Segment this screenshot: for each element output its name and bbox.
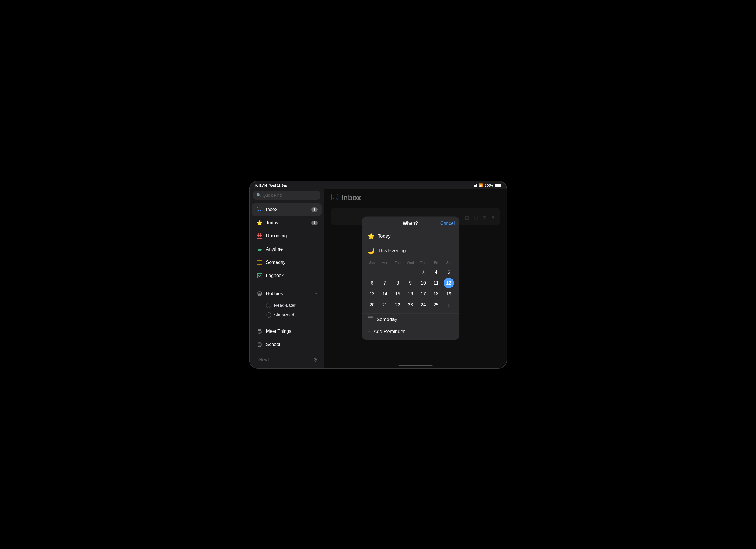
cal-day-24[interactable]: 24 <box>418 300 428 310</box>
new-list-label: + New List <box>256 357 275 362</box>
wifi-icon: 📶 <box>479 183 483 187</box>
day-sun: Sun <box>366 260 379 266</box>
simpread-circle <box>266 312 271 318</box>
calendar-days-header: Sun Mon Tue Wed Thu Fri Sat <box>366 260 455 266</box>
status-bar: 9:41 AM Wed 12 Sep 📶 100% <box>250 181 507 189</box>
cal-day-19[interactable]: 19 <box>444 289 454 299</box>
anytime-icon <box>256 245 263 253</box>
cal-empty-3 <box>392 267 403 277</box>
app-body: 🔍 Quick Find Inbox 3 ⭐ Today 1 <box>250 189 507 368</box>
calendar-weeks: ★ 4 5 6 7 8 9 10 11 12 <box>366 267 455 310</box>
search-bar[interactable]: 🔍 Quick Find <box>253 191 320 200</box>
sidebar-divider-2 <box>254 322 320 322</box>
sidebar-item-anytime[interactable]: Anytime <box>252 243 322 256</box>
sidebar-item-meet-things[interactable]: Meet Things › <box>252 325 322 338</box>
when-popup: When? Cancel ⭐ Today 🌙 This Evening <box>362 217 459 340</box>
cal-day-10[interactable]: 10 <box>418 278 428 288</box>
inbox-icon <box>256 206 263 213</box>
today-icon: ⭐ <box>256 219 263 227</box>
time: 9:41 AM <box>255 184 267 187</box>
when-cancel-button[interactable]: Cancel <box>440 221 455 226</box>
when-someday-option[interactable]: Someday <box>362 314 459 325</box>
calendar-grid: Sun Mon Tue Wed Thu Fri Sat <box>362 258 459 314</box>
sidebar-item-logbook[interactable]: Logbook <box>252 269 322 282</box>
when-option-today[interactable]: ⭐ Today <box>362 229 459 243</box>
hobbies-chevron: ∨ <box>315 291 318 296</box>
date: Wed 12 Sep <box>269 184 287 187</box>
battery-icon <box>495 184 501 187</box>
sidebar-divider-1 <box>254 285 320 285</box>
cal-day-7[interactable]: 7 <box>380 278 390 288</box>
sidebar-item-simpread[interactable]: SimpRead <box>252 310 322 320</box>
sidebar-item-upcoming[interactable]: Upcoming <box>252 230 322 242</box>
cal-day-18[interactable]: 18 <box>431 289 441 299</box>
calendar-week-1: ★ 4 5 <box>366 267 455 277</box>
when-add-reminder-option[interactable]: + Add Reminder <box>362 325 459 338</box>
sidebar-item-inbox[interactable]: Inbox 3 <box>252 203 322 216</box>
sidebar-item-read-later[interactable]: Read-Later <box>252 301 322 310</box>
svg-rect-18 <box>368 318 373 321</box>
signal-icon <box>473 184 477 187</box>
someday-option-icon <box>368 317 373 322</box>
cal-day-17[interactable]: 17 <box>418 289 428 299</box>
upcoming-label: Upcoming <box>266 233 318 239</box>
sidebar: 🔍 Quick Find Inbox 3 ⭐ Today 1 <box>250 189 324 368</box>
status-right: 📶 100% <box>473 183 501 187</box>
calendar-week-2: 6 7 8 9 10 11 12 <box>366 278 455 288</box>
sidebar-item-someday[interactable]: Someday <box>252 256 322 269</box>
school-icon <box>256 341 263 348</box>
logbook-label: Logbook <box>266 273 318 278</box>
sidebar-item-school[interactable]: School › <box>252 338 322 351</box>
when-option-this-evening[interactable]: 🌙 This Evening <box>362 243 459 258</box>
new-list-button[interactable]: + New List <box>256 357 313 362</box>
svg-rect-4 <box>257 261 262 264</box>
cal-day-22[interactable]: 22 <box>392 300 403 310</box>
cal-day-4[interactable]: 4 <box>431 267 441 277</box>
when-evening-label: This Evening <box>378 248 406 254</box>
cal-day-20[interactable]: 20 <box>367 300 377 310</box>
cal-day-11[interactable]: 11 <box>431 278 441 288</box>
svg-point-10 <box>258 294 262 296</box>
sidebar-item-hobbies[interactable]: Hobbies ∨ <box>252 287 322 300</box>
sidebar-item-today[interactable]: ⭐ Today 1 <box>252 216 322 229</box>
logbook-icon <box>256 272 263 279</box>
read-later-label: Read-Later <box>274 303 296 308</box>
cal-day-23[interactable]: 23 <box>405 300 415 310</box>
device-frame: 9:41 AM Wed 12 Sep 📶 100% 🔍 Quick Find <box>249 181 507 369</box>
svg-rect-5 <box>258 260 259 261</box>
cal-day-14[interactable]: 14 <box>380 289 390 299</box>
settings-button[interactable]: ⚙ <box>313 357 318 363</box>
anytime-label: Anytime <box>266 247 318 252</box>
meet-things-chevron: › <box>316 329 317 333</box>
cal-empty-1 <box>367 267 377 277</box>
today-badge: 1 <box>311 221 318 225</box>
cal-day-15[interactable]: 15 <box>392 289 403 299</box>
svg-rect-1 <box>257 234 262 239</box>
cal-day-16[interactable]: 16 <box>405 289 415 299</box>
today-label: Today <box>266 220 311 225</box>
cal-day-9[interactable]: 9 <box>405 278 415 288</box>
cal-day-25[interactable]: 25 <box>431 300 441 310</box>
day-mon: Mon <box>378 260 391 266</box>
cal-day-12-today[interactable]: 12 <box>444 278 454 288</box>
cal-star[interactable]: ★ <box>418 267 428 277</box>
upcoming-icon <box>256 232 263 240</box>
cal-empty-2 <box>380 267 390 277</box>
read-later-circle <box>266 303 271 308</box>
hobbies-label: Hobbies <box>266 291 315 296</box>
simpread-label: SimpRead <box>274 312 294 317</box>
svg-rect-7 <box>257 273 262 278</box>
someday-icon <box>256 259 263 266</box>
cal-day-6[interactable]: 6 <box>367 278 377 288</box>
meet-things-icon <box>256 328 263 335</box>
cal-next-arrow[interactable]: › <box>444 300 454 310</box>
day-sat: Sat <box>442 260 455 266</box>
cal-day-21[interactable]: 21 <box>380 300 390 310</box>
cal-day-13[interactable]: 13 <box>367 289 377 299</box>
meet-things-label: Meet Things <box>266 329 316 334</box>
cal-day-8[interactable]: 8 <box>392 278 403 288</box>
day-tue: Tue <box>391 260 404 266</box>
search-input[interactable]: Quick Find <box>263 193 282 198</box>
svg-rect-2 <box>258 236 259 237</box>
cal-day-5[interactable]: 5 <box>444 267 454 277</box>
